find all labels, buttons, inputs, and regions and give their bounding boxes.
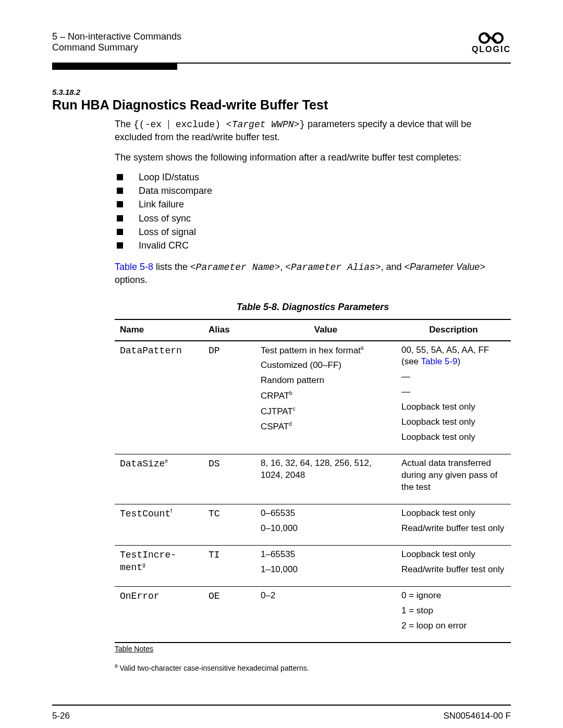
cell-name: DataPattern: [115, 341, 203, 454]
cell-name: OnError: [115, 586, 203, 643]
table-5-8-link[interactable]: Table 5-8: [115, 262, 153, 272]
intro-p3: Table 5-8 lists the <Parameter Name>, <P…: [115, 261, 511, 287]
table-row: TestCountfTC0–655350–10,000Loopback test…: [115, 504, 511, 545]
cell-value: 8, 16, 32, 64, 128, 256, 512, 1024, 2048: [255, 454, 396, 504]
cell-value: Test pattern in hex formataCustomized (0…: [255, 341, 396, 454]
diagnostics-parameters-table: Name Alias Value Description DataPattern…: [115, 319, 511, 644]
list-item: Loss of sync: [115, 212, 511, 225]
footnote-a: a Valid two-character case-insensitive h…: [115, 662, 511, 673]
cell-value: 0–655350–10,000: [255, 504, 396, 545]
list-item: Loop ID/status: [115, 171, 511, 183]
table-row: DataSizeeDS8, 16, 32, 64, 128, 256, 512,…: [115, 454, 511, 504]
cell-value: 1–655351–10,000: [255, 545, 396, 586]
cell-name: DataSizee: [115, 454, 203, 504]
footer-rule: [52, 705, 511, 706]
section-number: 5.3.18.2: [52, 88, 511, 96]
list-item: Invalid CRC: [115, 239, 511, 252]
intro-p1: The {(-ex exclude) <Target WWPN>} parame…: [115, 118, 511, 144]
intro-p2: The system shows the following informati…: [115, 151, 511, 164]
body-content: The {(-ex exclude) <Target WWPN>} parame…: [115, 118, 511, 673]
doc-id: SN0054614-00 F: [444, 711, 511, 721]
table-5-9-link[interactable]: Table 5-9: [421, 356, 458, 366]
table-row: DataPatternDPTest pattern in hex formata…: [115, 341, 511, 454]
cell-description: Loopback test onlyRead/write buffer test…: [396, 545, 511, 586]
cell-alias: TI: [203, 545, 255, 586]
section-title: Run HBA Diagnostics Read-write Buffer Te…: [52, 97, 511, 113]
cell-description: 0 = ignore1 = stop2 = loop on error: [396, 586, 511, 643]
table-notes-label: Table Notes: [115, 644, 511, 654]
header-line2: Command Summary: [52, 42, 181, 53]
th-alias: Alias: [203, 319, 255, 341]
cell-name: TestCountf: [115, 504, 203, 545]
header-text: 5 – Non-interactive Commands Command Sum…: [52, 31, 181, 53]
page-footer: 5-26 SN0054614-00 F: [52, 711, 511, 721]
cell-value: 0–2: [255, 586, 396, 643]
cell-description: Loopback test onlyRead/write buffer test…: [396, 504, 511, 545]
cell-alias: DP: [203, 341, 255, 454]
cell-alias: TC: [203, 504, 255, 545]
cell-description: 00, 55, 5A, A5, AA, FF(see Table 5-9)——L…: [396, 341, 511, 454]
th-name: Name: [115, 319, 203, 341]
table-caption: Table 5-8. Diagnostics Parameters: [115, 301, 511, 313]
th-value: Value: [255, 319, 396, 341]
qlogic-logo: QLOGIC: [472, 31, 511, 54]
th-desc: Description: [396, 319, 511, 341]
cell-alias: OE: [203, 586, 255, 643]
list-item: Link failure: [115, 198, 511, 211]
info-list: Loop ID/statusData miscompareLink failur…: [115, 171, 511, 252]
page: 5 – Non-interactive Commands Command Sum…: [0, 0, 563, 728]
table-row: TestIncre-mentgTI1–655351–10,000Loopback…: [115, 545, 511, 586]
cell-description: Actual data transferred during any given…: [396, 454, 511, 504]
cell-name: TestIncre-mentg: [115, 545, 203, 586]
header-line1: 5 – Non-interactive Commands: [52, 31, 181, 42]
qlogic-icon: [477, 31, 505, 45]
page-number: 5-26: [52, 711, 70, 721]
header-black-bar: [52, 64, 177, 70]
pipe-icon: [168, 120, 169, 129]
list-item: Loss of signal: [115, 226, 511, 238]
page-header: 5 – Non-interactive Commands Command Sum…: [52, 31, 511, 54]
logo-text: QLOGIC: [472, 45, 511, 54]
table-row: OnErrorOE0–20 = ignore1 = stop2 = loop o…: [115, 586, 511, 643]
cell-alias: DS: [203, 454, 255, 504]
list-item: Data miscompare: [115, 184, 511, 197]
